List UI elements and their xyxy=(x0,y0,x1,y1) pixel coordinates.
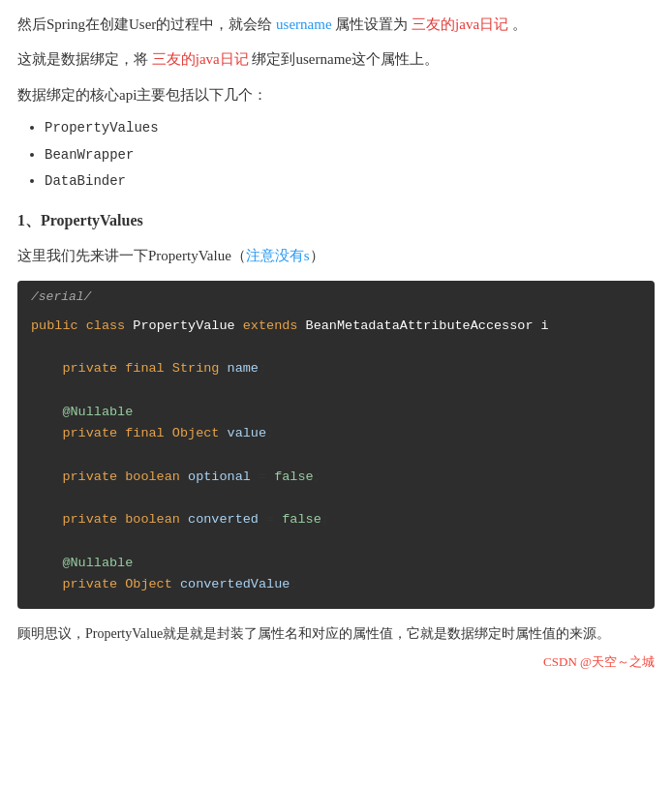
code-path: /serial/ xyxy=(17,281,655,312)
intro-line1: 然后Spring在创建User的过程中，就会给 username 属性设置为 三… xyxy=(17,12,655,37)
line1-suffix: 。 xyxy=(508,16,527,32)
line2-suffix: 绑定到username这个属性上。 xyxy=(249,51,439,67)
section1-title: 1、PropertyValues xyxy=(17,207,655,233)
line1-middle: 属性设置为 xyxy=(332,16,412,32)
api-list-item: DataBinder xyxy=(45,170,655,194)
line2-prefix: 这就是数据绑定，将 xyxy=(17,51,152,67)
code-block: /serial/ public class PropertyValue exte… xyxy=(17,281,655,610)
section1-intro-text: 这里我们先来讲一下PropertyValue（注意没有s） xyxy=(17,248,324,263)
intro-line3: 数据绑定的核心api主要包括以下几个： xyxy=(17,82,655,107)
csdn-credit: CSDN @天空～之城 xyxy=(17,651,655,673)
code-content: public class PropertyValue extends BeanM… xyxy=(17,312,655,609)
no-s-note: 注意没有s xyxy=(246,248,310,263)
api-list-item: BeanWrapper xyxy=(45,144,655,167)
intro-line2: 这就是数据绑定，将 三友的java日记 绑定到username这个属性上。 xyxy=(17,46,655,72)
api-list: PropertyValues BeanWrapper DataBinder xyxy=(45,117,655,194)
blog-highlight-2: 三友的java日记 xyxy=(152,51,249,67)
line1-prefix: 然后Spring在创建User的过程中，就会给 xyxy=(17,16,276,32)
footer-text: 顾明思议，PropertyValue就是就是封装了属性名和对应的属性值，它就是数… xyxy=(17,622,655,646)
blog-highlight-1: 三友的java日记 xyxy=(412,16,508,32)
username-highlight: username xyxy=(276,16,331,32)
section1-intro: 这里我们先来讲一下PropertyValue（注意没有s） xyxy=(17,243,655,268)
api-list-item: PropertyValues xyxy=(45,117,655,140)
